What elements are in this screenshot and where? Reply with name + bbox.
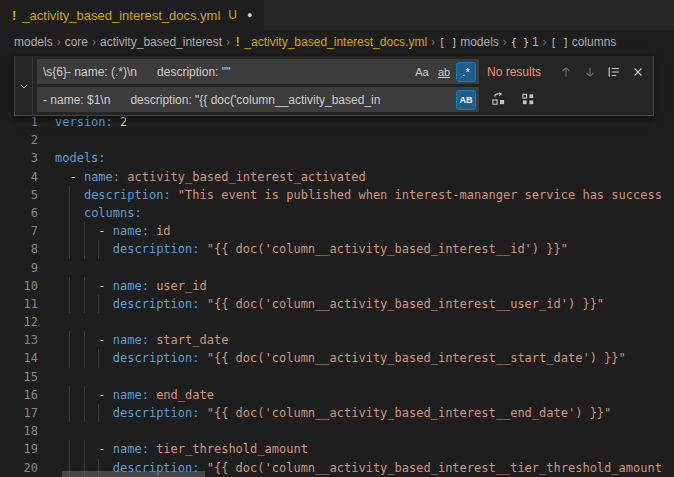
replace-all-button[interactable] <box>517 89 539 111</box>
breadcrumb-item[interactable]: [ ]columns <box>551 35 617 49</box>
code-content[interactable]: - name: user_id <box>38 277 674 295</box>
regex-button[interactable]: .* <box>456 62 476 82</box>
code-line[interactable]: 7 - name: id <box>0 222 674 240</box>
code-line[interactable]: 12 <box>0 313 674 331</box>
find-next-button[interactable] <box>579 61 601 83</box>
breadcrumb-item[interactable]: { }1 <box>511 35 539 49</box>
code-content[interactable]: - name: id <box>38 222 674 240</box>
close-button[interactable] <box>627 61 649 83</box>
breadcrumb-label: 1 <box>532 35 539 49</box>
line-number[interactable]: 15 <box>0 368 38 386</box>
line-number[interactable]: 11 <box>0 295 38 313</box>
line-number[interactable]: 9 <box>0 259 38 277</box>
editor[interactable]: 1version: 223models:4 - name: activity_b… <box>0 113 674 477</box>
code-content[interactable]: - name: activity_based_interest_activate… <box>38 168 674 186</box>
indent-guide <box>69 386 70 404</box>
code-line[interactable]: 13 - name: start_date <box>0 331 674 349</box>
code-content[interactable] <box>38 313 674 331</box>
indent-guide <box>69 222 70 240</box>
breadcrumb-item[interactable]: core <box>65 35 88 49</box>
indent-guide <box>84 349 85 367</box>
code-line[interactable]: 17 description: "{{ doc('column__activit… <box>0 404 674 422</box>
code-content[interactable]: description: "This event is published wh… <box>38 186 674 204</box>
horizontal-scrollbar[interactable] <box>62 471 205 477</box>
line-number[interactable]: 4 <box>0 168 38 186</box>
line-number[interactable]: 18 <box>0 422 38 440</box>
code-line[interactable]: 10 - name: user_id <box>0 277 674 295</box>
code-content[interactable]: description: "{{ doc('column__activity_b… <box>38 295 674 313</box>
replace-input[interactable] <box>43 93 456 107</box>
code-content[interactable]: description: "{{ doc('column__activity_b… <box>38 404 674 422</box>
code-content[interactable] <box>38 259 674 277</box>
code-content[interactable]: description: "{{ doc('column__activity_b… <box>38 240 674 258</box>
code-content[interactable]: description: "{{ doc('column__activity_b… <box>38 349 674 367</box>
breadcrumb-item[interactable]: models <box>14 35 53 49</box>
line-number[interactable]: 3 <box>0 149 38 167</box>
find-input[interactable] <box>43 65 412 79</box>
line-number[interactable]: 6 <box>0 204 38 222</box>
code-line[interactable]: 11 description: "{{ doc('column__activit… <box>0 295 674 313</box>
code-content[interactable]: - name: end_date <box>38 386 674 404</box>
indent-guide <box>84 386 85 404</box>
code-content[interactable] <box>38 422 674 440</box>
tab-bar: ! _activity_based_interest_docs.yml U ● <box>0 0 674 30</box>
code-line[interactable]: 19 - name: tier_threshold_amount <box>0 440 674 458</box>
line-number[interactable]: 13 <box>0 331 38 349</box>
line-number[interactable]: 2 <box>0 131 38 149</box>
code-line[interactable]: 9 <box>0 259 674 277</box>
toggle-replace-button[interactable] <box>15 56 33 115</box>
tab-activity-based-interest-docs[interactable]: ! _activity_based_interest_docs.yml U ● <box>0 0 264 30</box>
indent-guide <box>69 186 70 204</box>
code-content[interactable]: models: <box>38 149 674 167</box>
code-line[interactable]: 15 <box>0 368 674 386</box>
breadcrumb-item[interactable]: activity_based_interest <box>100 35 222 49</box>
code-content[interactable] <box>38 131 674 149</box>
replace-button[interactable] <box>487 89 509 111</box>
line-number[interactable]: 7 <box>0 222 38 240</box>
code-content[interactable]: - name: tier_threshold_amount <box>38 440 674 458</box>
code-content[interactable] <box>38 368 674 386</box>
line-number[interactable]: 19 <box>0 440 38 458</box>
line-number[interactable]: 10 <box>0 277 38 295</box>
code-line[interactable]: 3models: <box>0 149 674 167</box>
code-line[interactable]: 4 - name: activity_based_interest_activa… <box>0 168 674 186</box>
array-icon: [ ] <box>439 37 457 48</box>
code-line[interactable]: 16 - name: end_date <box>0 386 674 404</box>
line-number[interactable]: 20 <box>0 459 38 477</box>
breadcrumb-item[interactable]: [ ]models <box>439 35 499 49</box>
replace-input-box[interactable]: AB <box>37 87 479 112</box>
line-number[interactable]: 8 <box>0 240 38 258</box>
line-number[interactable]: 17 <box>0 404 38 422</box>
code-content[interactable]: - name: start_date <box>38 331 674 349</box>
breadcrumb-item[interactable]: !_activity_based_interest_docs.yml <box>234 35 427 49</box>
preserve-case-button[interactable]: AB <box>456 90 476 110</box>
find-input-box[interactable]: Aa ab .* <box>37 59 479 84</box>
match-case-button[interactable]: Aa <box>412 62 432 82</box>
code-line[interactable]: 2 <box>0 131 674 149</box>
code-line[interactable]: 18 <box>0 422 674 440</box>
modified-indicator-icon[interactable]: ● <box>247 10 252 20</box>
indent-guide <box>84 277 85 295</box>
line-number[interactable]: 16 <box>0 386 38 404</box>
indent-guide <box>84 295 85 313</box>
breadcrumb-separator-icon: › <box>431 35 435 49</box>
code-line[interactable]: 8 description: "{{ doc('column__activity… <box>0 240 674 258</box>
line-number[interactable]: 5 <box>0 186 38 204</box>
code-line[interactable]: 5 description: "This event is published … <box>0 186 674 204</box>
code-line[interactable]: 14 description: "{{ doc('column__activit… <box>0 349 674 367</box>
indent-guide <box>69 349 70 367</box>
find-previous-button[interactable] <box>555 61 577 83</box>
indent-guide <box>84 440 85 458</box>
find-row: Aa ab .* No results <box>37 59 649 84</box>
line-number[interactable]: 12 <box>0 313 38 331</box>
indent-guide <box>69 204 70 222</box>
line-number[interactable]: 14 <box>0 349 38 367</box>
whole-word-button[interactable]: ab <box>434 62 454 82</box>
code-content[interactable]: columns: <box>38 204 674 222</box>
code-line[interactable]: 6 columns: <box>0 204 674 222</box>
warning-icon: ! <box>12 8 16 23</box>
indent-guide <box>98 240 99 258</box>
breadcrumb-separator-icon: › <box>503 35 507 49</box>
find-in-selection-button[interactable] <box>603 61 625 83</box>
warning-icon: ! <box>234 35 241 49</box>
